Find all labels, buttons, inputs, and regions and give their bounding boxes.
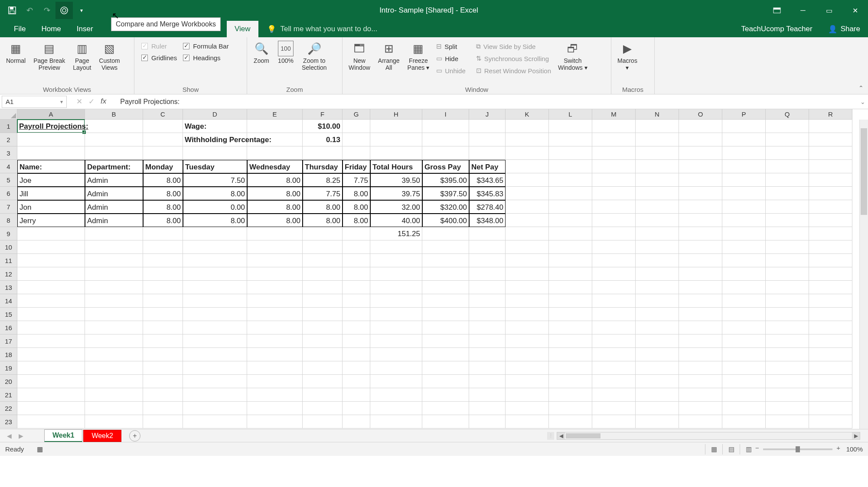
share-button[interactable]: 👤 Share bbox=[820, 21, 868, 37]
cell-E17[interactable] bbox=[247, 334, 303, 348]
cell-B4[interactable]: Department: bbox=[85, 160, 143, 173]
cell-E15[interactable] bbox=[247, 308, 303, 321]
cell-K18[interactable] bbox=[506, 348, 549, 361]
cell-G23[interactable] bbox=[343, 415, 370, 429]
cell-J15[interactable] bbox=[469, 308, 506, 321]
cell-H20[interactable] bbox=[370, 375, 422, 388]
cell-D6[interactable]: 8.00 bbox=[183, 187, 247, 200]
cell-R3[interactable] bbox=[809, 146, 852, 160]
cell-D4[interactable]: Tuesday bbox=[183, 160, 247, 173]
cell-R2[interactable] bbox=[809, 133, 852, 146]
cell-D23[interactable] bbox=[183, 415, 247, 429]
cell-G14[interactable] bbox=[343, 294, 370, 308]
cell-O14[interactable] bbox=[679, 294, 722, 308]
cell-B10[interactable] bbox=[85, 240, 143, 254]
cell-D1[interactable]: Wage: bbox=[183, 120, 247, 133]
cell-A21[interactable] bbox=[17, 388, 85, 402]
horizontal-scrollbar[interactable]: ◀ ▶ bbox=[557, 432, 860, 440]
cell-B2[interactable] bbox=[85, 133, 143, 146]
cell-K7[interactable] bbox=[506, 200, 549, 214]
sheet-nav-next-icon[interactable]: ▶ bbox=[15, 432, 27, 439]
cell-R22[interactable] bbox=[809, 402, 852, 415]
cell-Q16[interactable] bbox=[766, 321, 809, 334]
cell-F22[interactable] bbox=[303, 402, 343, 415]
cell-O9[interactable] bbox=[679, 227, 722, 240]
cell-E5[interactable]: 8.00 bbox=[247, 173, 303, 187]
column-header-F[interactable]: F bbox=[303, 109, 343, 120]
cell-N6[interactable] bbox=[636, 187, 679, 200]
cell-H15[interactable] bbox=[370, 308, 422, 321]
cell-D10[interactable] bbox=[183, 240, 247, 254]
cell-H4[interactable]: Total Hours bbox=[370, 160, 422, 173]
cell-J8[interactable]: $348.00 bbox=[469, 214, 506, 227]
cell-Q13[interactable] bbox=[766, 281, 809, 294]
cell-Q20[interactable] bbox=[766, 375, 809, 388]
cell-A18[interactable] bbox=[17, 348, 85, 361]
cell-F1[interactable]: $10.00 bbox=[303, 120, 343, 133]
cell-C14[interactable] bbox=[143, 294, 183, 308]
cell-N23[interactable] bbox=[636, 415, 679, 429]
cell-D8[interactable]: 8.00 bbox=[183, 214, 247, 227]
cell-P18[interactable] bbox=[722, 348, 766, 361]
cell-K11[interactable] bbox=[506, 254, 549, 267]
cell-M2[interactable] bbox=[592, 133, 636, 146]
cell-C19[interactable] bbox=[143, 361, 183, 375]
cell-H5[interactable]: 39.50 bbox=[370, 173, 422, 187]
cell-L19[interactable] bbox=[549, 361, 592, 375]
cell-G8[interactable]: 8.00 bbox=[343, 214, 370, 227]
cell-N10[interactable] bbox=[636, 240, 679, 254]
cell-M10[interactable] bbox=[592, 240, 636, 254]
maximize-icon[interactable]: ▭ bbox=[816, 2, 842, 19]
cell-A14[interactable] bbox=[17, 294, 85, 308]
cell-K19[interactable] bbox=[506, 361, 549, 375]
row-header-9[interactable]: 9 bbox=[0, 227, 17, 240]
cell-K6[interactable] bbox=[506, 187, 549, 200]
cell-I23[interactable] bbox=[422, 415, 469, 429]
cell-L1[interactable] bbox=[549, 120, 592, 133]
cell-P21[interactable] bbox=[722, 388, 766, 402]
cell-H22[interactable] bbox=[370, 402, 422, 415]
cell-C17[interactable] bbox=[143, 334, 183, 348]
cell-I9[interactable] bbox=[422, 227, 469, 240]
cell-P4[interactable] bbox=[722, 160, 766, 173]
cell-I12[interactable] bbox=[422, 267, 469, 281]
cell-E20[interactable] bbox=[247, 375, 303, 388]
cell-R17[interactable] bbox=[809, 334, 852, 348]
row-header-7[interactable]: 7 bbox=[0, 200, 17, 214]
cell-C5[interactable]: 8.00 bbox=[143, 173, 183, 187]
cell-K22[interactable] bbox=[506, 402, 549, 415]
cell-M9[interactable] bbox=[592, 227, 636, 240]
cell-N15[interactable] bbox=[636, 308, 679, 321]
cell-O20[interactable] bbox=[679, 375, 722, 388]
cell-E12[interactable] bbox=[247, 267, 303, 281]
column-header-C[interactable]: C bbox=[143, 109, 183, 120]
zoom-percent[interactable]: 100% bbox=[839, 445, 863, 453]
cell-D17[interactable] bbox=[183, 334, 247, 348]
cell-J10[interactable] bbox=[469, 240, 506, 254]
cell-N7[interactable] bbox=[636, 200, 679, 214]
column-header-J[interactable]: J bbox=[469, 109, 506, 120]
sheet-nav-prev-icon[interactable]: ◀ bbox=[3, 432, 15, 439]
cell-N11[interactable] bbox=[636, 254, 679, 267]
row-header-23[interactable]: 23 bbox=[0, 415, 17, 429]
cell-M1[interactable] bbox=[592, 120, 636, 133]
cell-B11[interactable] bbox=[85, 254, 143, 267]
column-header-R[interactable]: R bbox=[809, 109, 852, 120]
cell-A6[interactable]: Jill bbox=[17, 187, 85, 200]
cell-R9[interactable] bbox=[809, 227, 852, 240]
cell-P10[interactable] bbox=[722, 240, 766, 254]
hide-button[interactable]: ▭Hide bbox=[434, 54, 467, 63]
cell-B20[interactable] bbox=[85, 375, 143, 388]
cell-L14[interactable] bbox=[549, 294, 592, 308]
zoom-100-button[interactable]: 100100% bbox=[275, 39, 297, 66]
save-icon[interactable] bbox=[3, 2, 21, 19]
cell-J7[interactable]: $278.40 bbox=[469, 200, 506, 214]
cell-O13[interactable] bbox=[679, 281, 722, 294]
zoom-selection-button[interactable]: 🔎Zoom to Selection bbox=[299, 39, 330, 73]
cell-F23[interactable] bbox=[303, 415, 343, 429]
cell-K21[interactable] bbox=[506, 388, 549, 402]
row-header-6[interactable]: 6 bbox=[0, 187, 17, 200]
cell-M15[interactable] bbox=[592, 308, 636, 321]
cell-F21[interactable] bbox=[303, 388, 343, 402]
zoom-slider[interactable] bbox=[763, 448, 832, 450]
